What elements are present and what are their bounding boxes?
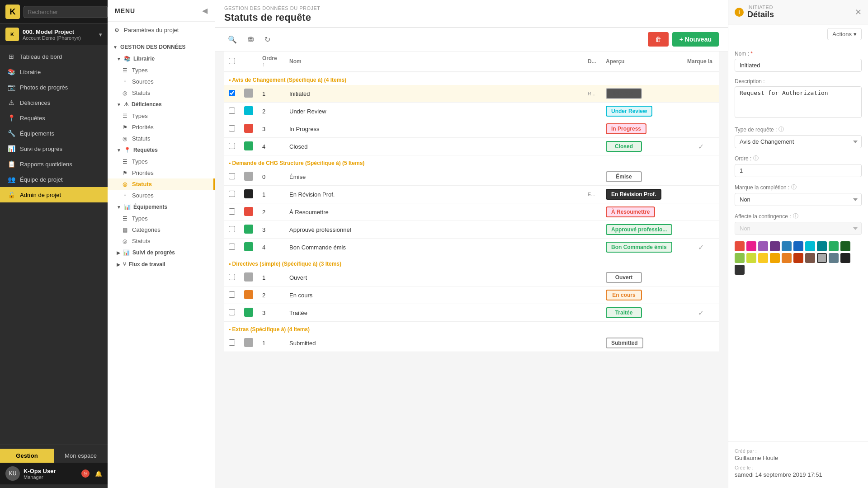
col-nom[interactable]: Nom (285, 52, 583, 72)
table-row[interactable]: 2 Under Review Under Review (224, 103, 719, 120)
row-checkbox-cell[interactable] (224, 203, 240, 221)
row-checkbox[interactable] (229, 173, 235, 179)
menu-item-eq-statuts[interactable]: ◎ Statuts (108, 235, 215, 247)
row-checkbox-cell[interactable] (224, 304, 240, 322)
row-checkbox-cell[interactable] (224, 168, 240, 186)
menu-item-lib-sources[interactable]: ⑂ Sources (108, 76, 215, 87)
color-swatch[interactable] (817, 241, 827, 251)
color-swatch[interactable] (817, 253, 827, 263)
bell-icon[interactable]: 🔔 (95, 470, 102, 477)
table-row[interactable]: 3 In Progress In Progress (224, 120, 719, 138)
color-swatch[interactable] (758, 253, 768, 263)
new-button[interactable]: + Nouveau (672, 32, 719, 47)
color-swatch[interactable] (758, 241, 768, 251)
tab-mon-espace[interactable]: Mon espace (54, 449, 108, 463)
row-checkbox[interactable] (229, 108, 235, 114)
table-row[interactable]: 1 Submitted Submitted (224, 334, 719, 352)
menu-item-req-statuts[interactable]: ◎ Statuts (108, 178, 215, 190)
table-row[interactable]: 1 Initiated R... Initiated (224, 85, 719, 103)
table-row[interactable]: 3 Traitée Traitée ✓ (224, 304, 719, 322)
color-swatch[interactable] (746, 253, 756, 263)
row-checkbox-cell[interactable] (224, 103, 240, 120)
refresh-button[interactable]: ↻ (261, 33, 274, 47)
description-textarea[interactable]: Request for Authorization (735, 86, 862, 118)
delete-button[interactable]: 🗑 (648, 32, 669, 47)
color-swatch[interactable] (829, 253, 839, 263)
close-button[interactable]: ✕ (855, 7, 862, 17)
menu-subsection-equipements[interactable]: ▼ 📊 Équipements (108, 201, 215, 213)
menu-subsection-librairie[interactable]: ▼ 📚 Librairie (108, 53, 215, 65)
row-checkbox[interactable] (229, 208, 235, 215)
menu-item-def-statuts[interactable]: ◎ Statuts (108, 133, 215, 144)
affecte-info-button[interactable]: ⓘ (793, 212, 798, 220)
menu-item-req-priorites[interactable]: ⚑ Priorités (108, 167, 215, 178)
table-row[interactable]: 4 Closed Closed ✓ (224, 138, 719, 155)
notification-badge[interactable]: 9 (81, 469, 90, 478)
row-checkbox-cell[interactable] (224, 221, 240, 239)
search-button[interactable]: 🔍 (224, 33, 241, 47)
color-swatch[interactable] (793, 253, 803, 263)
color-swatch[interactable] (829, 241, 839, 251)
color-swatch[interactable] (770, 241, 780, 251)
row-checkbox-cell[interactable] (224, 85, 240, 103)
menu-item-eq-types[interactable]: ☰ Types (108, 213, 215, 224)
sidebar-item-requetes[interactable]: 📍 Requêtes (0, 110, 108, 126)
sidebar-item-librairie[interactable]: 📚 Librairie (0, 64, 108, 80)
menu-item-lib-statuts[interactable]: ◎ Statuts (108, 87, 215, 99)
sidebar-item-deficiences[interactable]: ⚠ Déficiences (0, 95, 108, 110)
sidebar-item-equipe[interactable]: 👥 Équipe de projet (0, 172, 108, 187)
marque-select[interactable]: Non (735, 193, 862, 206)
sidebar-item-suivi[interactable]: 📊 Suivi de progrès (0, 141, 108, 156)
sidebar-item-admin[interactable]: 🔒 Admin de projet (0, 187, 108, 202)
col-ordre[interactable]: Ordre ↑ (258, 52, 285, 72)
menu-item-parametres[interactable]: ⚙ Paramètres du projet (108, 24, 215, 36)
menu-section-gestion-header[interactable]: ▼ GESTION DES DONNÉES (108, 41, 215, 53)
row-checkbox[interactable] (229, 226, 235, 232)
row-checkbox-cell[interactable] (224, 334, 240, 352)
table-row[interactable]: 1 En Révision Prof. E... En Révision Pro… (224, 186, 719, 203)
menu-collapse-button[interactable]: ◀ (202, 6, 208, 15)
menu-subsection-requetes[interactable]: ▼ 📍 Requêtes (108, 144, 215, 156)
ordre-input[interactable] (735, 164, 862, 177)
row-checkbox-cell[interactable] (224, 138, 240, 155)
row-checkbox-cell[interactable] (224, 239, 240, 256)
row-checkbox[interactable] (229, 125, 235, 131)
project-selector[interactable]: K 000. Model Project Account Demo (Pharo… (0, 24, 108, 45)
color-swatch[interactable] (735, 253, 745, 263)
color-swatch[interactable] (735, 265, 745, 275)
row-checkbox-cell[interactable] (224, 269, 240, 286)
filter-button[interactable]: ⛃ (244, 33, 257, 47)
sidebar-item-rapports[interactable]: 📋 Rapports quotidiens (0, 156, 108, 172)
table-row[interactable]: 0 Émise Émise (224, 168, 719, 186)
row-checkbox[interactable] (229, 274, 235, 280)
color-swatch[interactable] (840, 253, 850, 263)
table-row[interactable]: 2 À Resoumettre À Resoumettre (224, 203, 719, 221)
tab-gestion[interactable]: Gestion (0, 449, 54, 463)
menu-subsection-suivi[interactable]: ▶ 📊 Suivi de progrès (108, 247, 215, 258)
menu-item-def-types[interactable]: ☰ Types (108, 110, 215, 122)
color-swatch[interactable] (805, 253, 815, 263)
ordre-info-button[interactable]: ⓘ (753, 155, 759, 162)
color-swatch[interactable] (746, 241, 756, 251)
row-checkbox-cell[interactable] (224, 120, 240, 138)
row-checkbox[interactable] (229, 143, 235, 149)
color-swatch[interactable] (735, 241, 745, 251)
color-swatch[interactable] (782, 253, 792, 263)
color-swatch[interactable] (782, 241, 792, 251)
table-row[interactable]: 4 Bon Commande émis Bon Commande émis ✓ (224, 239, 719, 256)
menu-item-req-types[interactable]: ☰ Types (108, 156, 215, 167)
menu-subsection-deficiences[interactable]: ▼ ⚠ Déficiences (108, 99, 215, 110)
search-input[interactable] (24, 6, 108, 18)
menu-item-eq-categories[interactable]: ▤ Catégories (108, 224, 215, 235)
table-row[interactable]: 2 En cours En cours (224, 286, 719, 304)
select-all-checkbox[interactable] (229, 58, 235, 64)
menu-item-lib-types[interactable]: ☰ Types (108, 65, 215, 76)
nom-input[interactable] (735, 59, 862, 72)
sidebar-item-equipements[interactable]: 🔧 Équipements (0, 126, 108, 141)
row-checkbox[interactable] (229, 339, 235, 346)
row-checkbox-cell[interactable] (224, 286, 240, 304)
sidebar-item-tableau[interactable]: ⊞ Tableau de bord (0, 49, 108, 64)
table-row[interactable]: 3 Approuvé professionnel Approuvé profes… (224, 221, 719, 239)
row-checkbox[interactable] (229, 244, 235, 250)
table-row[interactable]: 1 Ouvert Ouvert (224, 269, 719, 286)
